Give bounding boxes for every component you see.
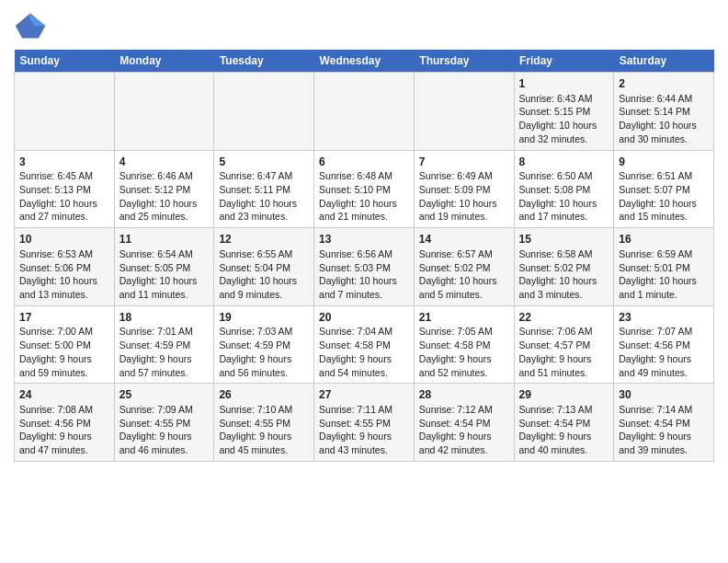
day-info: Daylight: 10 hours and 1 minute. <box>619 274 709 301</box>
day-info: Sunrise: 7:13 AM <box>519 403 609 417</box>
calendar-body: 1Sunrise: 6:43 AMSunset: 5:15 PMDaylight… <box>15 73 714 462</box>
calendar-cell <box>114 73 214 151</box>
day-number: 7 <box>419 155 509 170</box>
logo-icon <box>14 9 47 42</box>
calendar-cell: 25Sunrise: 7:09 AMSunset: 4:55 PMDayligh… <box>114 384 214 462</box>
day-info: Sunset: 5:03 PM <box>319 261 409 275</box>
day-info: Daylight: 9 hours and 49 minutes. <box>619 352 709 379</box>
day-info: Sunrise: 7:09 AM <box>119 403 210 417</box>
day-info: Sunset: 5:09 PM <box>419 183 509 197</box>
calendar-table: SundayMondayTuesdayWednesdayThursdayFrid… <box>14 50 714 462</box>
day-number: 30 <box>619 387 709 403</box>
day-info: Daylight: 10 hours and 17 minutes. <box>519 197 609 224</box>
calendar-cell: 22Sunrise: 7:06 AMSunset: 4:57 PMDayligh… <box>514 305 614 384</box>
calendar-cell: 14Sunrise: 6:57 AMSunset: 5:02 PMDayligh… <box>414 228 514 306</box>
day-number: 21 <box>419 310 509 326</box>
calendar-cell: 2Sunrise: 6:44 AMSunset: 5:14 PMDaylight… <box>614 73 714 151</box>
day-info: Daylight: 10 hours and 13 minutes. <box>19 274 109 301</box>
day-number: 22 <box>519 310 609 326</box>
day-info: Sunset: 4:55 PM <box>319 417 409 431</box>
day-info: Sunset: 5:11 PM <box>219 183 309 197</box>
day-info: Sunset: 5:02 PM <box>519 261 609 275</box>
day-number: 26 <box>219 387 309 403</box>
day-number: 25 <box>119 387 210 403</box>
day-info: Sunrise: 6:56 AM <box>319 247 409 261</box>
day-info: Daylight: 9 hours and 40 minutes. <box>519 430 609 456</box>
day-info: Daylight: 9 hours and 42 minutes. <box>419 430 509 456</box>
calendar-cell: 18Sunrise: 7:01 AMSunset: 4:59 PMDayligh… <box>114 305 214 384</box>
day-info: Sunset: 5:10 PM <box>319 183 409 197</box>
week-row-4: 24Sunrise: 7:08 AMSunset: 4:56 PMDayligh… <box>15 384 714 462</box>
calendar-cell: 30Sunrise: 7:14 AMSunset: 4:54 PMDayligh… <box>614 384 714 462</box>
day-info: Sunset: 4:57 PM <box>519 339 609 352</box>
day-info: Sunrise: 6:46 AM <box>119 169 210 183</box>
day-info: Sunset: 5:06 PM <box>19 261 109 275</box>
header-tuesday: Tuesday <box>214 50 314 73</box>
day-info: Daylight: 10 hours and 25 minutes. <box>119 197 210 224</box>
day-number: 8 <box>519 155 609 170</box>
day-number: 14 <box>419 232 509 247</box>
day-info: Sunrise: 6:53 AM <box>19 247 109 261</box>
day-info: Daylight: 9 hours and 47 minutes. <box>19 430 109 456</box>
calendar-cell: 12Sunrise: 6:55 AMSunset: 5:04 PMDayligh… <box>214 228 314 306</box>
calendar-cell <box>214 73 314 151</box>
day-info: Sunrise: 7:03 AM <box>219 325 309 339</box>
header-friday: Friday <box>514 50 614 73</box>
day-number: 29 <box>519 387 609 403</box>
day-info: Daylight: 9 hours and 45 minutes. <box>219 430 309 456</box>
day-info: Daylight: 10 hours and 23 minutes. <box>219 197 309 224</box>
logo <box>14 9 51 42</box>
calendar-cell <box>15 73 115 151</box>
day-number: 17 <box>19 310 109 326</box>
calendar-cell: 8Sunrise: 6:50 AMSunset: 5:08 PMDaylight… <box>514 150 614 228</box>
day-info: Daylight: 10 hours and 3 minutes. <box>519 274 609 301</box>
day-info: Sunrise: 6:45 AM <box>19 169 109 183</box>
day-info: Sunrise: 7:04 AM <box>319 325 409 339</box>
day-info: Sunset: 4:54 PM <box>619 417 709 431</box>
day-info: Sunset: 5:04 PM <box>219 261 309 275</box>
day-number: 28 <box>419 387 509 403</box>
calendar-cell <box>414 73 514 151</box>
day-info: Daylight: 9 hours and 59 minutes. <box>19 352 109 379</box>
day-number: 2 <box>619 76 709 92</box>
day-info: Sunset: 4:55 PM <box>219 417 309 431</box>
day-info: Sunset: 5:13 PM <box>19 183 109 197</box>
day-info: Sunset: 4:56 PM <box>619 339 709 352</box>
day-info: Sunrise: 6:50 AM <box>519 169 609 183</box>
day-info: Sunset: 4:54 PM <box>419 417 509 431</box>
day-info: Daylight: 9 hours and 43 minutes. <box>319 430 409 456</box>
day-info: Daylight: 9 hours and 52 minutes. <box>419 352 509 379</box>
day-info: Daylight: 10 hours and 15 minutes. <box>619 197 709 224</box>
calendar-cell: 23Sunrise: 7:07 AMSunset: 4:56 PMDayligh… <box>614 305 714 384</box>
calendar-cell: 9Sunrise: 6:51 AMSunset: 5:07 PMDaylight… <box>614 150 714 228</box>
calendar-cell: 10Sunrise: 6:53 AMSunset: 5:06 PMDayligh… <box>15 228 115 306</box>
week-row-3: 17Sunrise: 7:00 AMSunset: 5:00 PMDayligh… <box>15 305 714 384</box>
day-info: Sunrise: 7:14 AM <box>619 403 709 417</box>
day-number: 19 <box>219 310 309 326</box>
day-info: Sunset: 5:01 PM <box>619 261 709 275</box>
day-info: Daylight: 9 hours and 51 minutes. <box>519 352 609 379</box>
day-info: Sunset: 4:58 PM <box>419 339 509 352</box>
day-info: Daylight: 10 hours and 9 minutes. <box>219 274 309 301</box>
day-number: 18 <box>119 310 210 326</box>
day-info: Sunset: 5:07 PM <box>619 183 709 197</box>
calendar-header-row: SundayMondayTuesdayWednesdayThursdayFrid… <box>15 50 714 73</box>
calendar-cell: 20Sunrise: 7:04 AMSunset: 4:58 PMDayligh… <box>314 305 415 384</box>
week-row-1: 3Sunrise: 6:45 AMSunset: 5:13 PMDaylight… <box>15 150 714 228</box>
day-info: Daylight: 9 hours and 54 minutes. <box>319 352 409 379</box>
calendar-cell <box>314 73 415 151</box>
day-number: 4 <box>119 155 210 170</box>
calendar-cell: 19Sunrise: 7:03 AMSunset: 4:59 PMDayligh… <box>214 305 314 384</box>
day-info: Sunrise: 7:12 AM <box>419 403 509 417</box>
day-info: Sunset: 4:59 PM <box>119 339 210 352</box>
day-info: Sunrise: 6:57 AM <box>419 247 509 261</box>
day-info: Daylight: 10 hours and 7 minutes. <box>319 274 409 301</box>
day-info: Sunrise: 7:10 AM <box>219 403 309 417</box>
day-info: Daylight: 10 hours and 32 minutes. <box>519 119 609 145</box>
day-info: Daylight: 9 hours and 39 minutes. <box>619 430 709 456</box>
header-monday: Monday <box>114 50 214 73</box>
day-number: 23 <box>619 310 709 326</box>
day-info: Sunrise: 6:55 AM <box>219 247 309 261</box>
calendar-cell: 27Sunrise: 7:11 AMSunset: 4:55 PMDayligh… <box>314 384 415 462</box>
day-number: 5 <box>219 155 309 170</box>
